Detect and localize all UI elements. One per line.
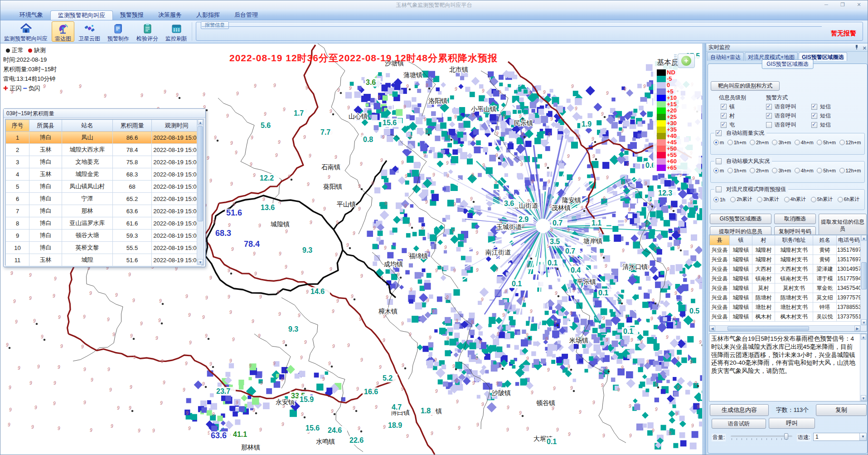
menu-tab-1[interactable]: 环境气象 [12, 10, 50, 20]
warning-message-box[interactable]: 玉林市气象台19日5时15分发布暴雨橙色预警信号：4时以来兴业县城隍大西水库已出… [709, 333, 867, 401]
level-checkbox-村[interactable]: 村 [721, 112, 736, 120]
contacts-row[interactable]: 兴业县城隍镇陈塘村陈塘村支书莫文绍139775796 [710, 293, 862, 303]
radio-1h[interactable]: 1h [713, 197, 728, 202]
chevron-down-icon[interactable]: ▼ [859, 433, 866, 440]
contacts-col-header[interactable]: 姓名 [813, 235, 837, 245]
voice-checkbox-屯[interactable]: 语音呼叫 [766, 121, 797, 129]
panel-splitter[interactable] [702, 44, 706, 455]
toolbar-button-3[interactable]: 卫星云图 [75, 21, 103, 42]
call-level-button[interactable]: 靶向叫应的级别和方式 [711, 81, 780, 91]
model-group-checkbox[interactable] [716, 186, 722, 192]
contacts-row[interactable]: 兴业县城隍镇城隍村城隍村支书黄铸135176975 [710, 245, 862, 255]
rain-table-row[interactable]: 5博白凤山镇凤山村682022-08-19 15:00 [6, 181, 202, 193]
radio-2h累计[interactable]: 2h累计 [729, 196, 755, 203]
volume-slider[interactable] [731, 433, 792, 440]
rain-col-header[interactable]: 所属县 [29, 120, 62, 132]
menu-tab-2[interactable]: 监测预警靶向叫应 [50, 10, 113, 20]
rain-table-row[interactable]: 9博白顿谷大塘59.32022-08-19 15:00 [6, 230, 202, 242]
radio-4h+m[interactable]: 4h+m [794, 168, 815, 173]
voice-checkbox-村[interactable]: 语音呼叫 [766, 112, 797, 120]
generate-message-button[interactable]: 生成信息内容 [710, 404, 769, 416]
contacts-row[interactable]: 兴业县城隍镇镇南村镇南村支书谭于模151775946 [710, 274, 862, 284]
menu-tab-4[interactable]: 决策服务 [151, 10, 189, 20]
minimize-icon[interactable]: ─ [821, 1, 831, 8]
contacts-row[interactable]: 兴业县城隍镇莫村莫村支书覃金乾134575405 [710, 284, 862, 293]
scroll-thumb[interactable] [861, 262, 867, 289]
level-checkbox-镇[interactable]: 镇 [721, 103, 736, 111]
menu-tab-5[interactable]: 人影指挥 [189, 10, 227, 20]
maximize-icon[interactable]: ❐ [838, 1, 848, 8]
wind-group-checkbox[interactable] [716, 158, 722, 164]
sms-checkbox-屯[interactable]: 短信 [811, 121, 832, 129]
rain-table-row[interactable]: 8博白亚山温罗水库61.62022-08-19 15:00 [6, 217, 202, 230]
toolbar-button-5[interactable]: 检验评分 [133, 21, 161, 42]
toolbar-button-2[interactable]: 雷达图 [52, 21, 74, 42]
menu-tab-3[interactable]: 预警预报 [113, 10, 151, 20]
radio-m[interactable]: m [713, 140, 726, 145]
toolbar-button-1[interactable]: 监测预警靶向叫应 [1, 21, 51, 42]
toolbar-button-4[interactable]: 预警制作 [104, 21, 132, 42]
rain-table-row[interactable]: 11玉林城隍51.62022-08-19 15:00 [6, 254, 202, 266]
copy-button[interactable]: 复制 [816, 404, 867, 416]
scroll-down-icon[interactable]: ▼ [861, 319, 867, 325]
map-zoom-button[interactable]: + [678, 54, 695, 68]
slider-thumb[interactable] [784, 433, 788, 440]
radio-12h+m[interactable]: 12h+m [839, 168, 863, 173]
speed-combobox[interactable]: 1 ▼ [813, 433, 867, 441]
close-icon[interactable]: ✕ [863, 44, 867, 52]
rainfall-table-scrollbar[interactable]: ▲ ▼ [197, 119, 204, 265]
contacts-row[interactable]: 兴业县城隍镇城隍村城隍村支书黄铸135176975 [710, 255, 862, 264]
voice-preview-button[interactable]: 语音试听 [712, 419, 766, 429]
rain-table-row[interactable]: 1博白凤山86.62022-08-19 15:00 [6, 132, 202, 144]
radio-2h+m[interactable]: 2h+m [749, 168, 770, 173]
scroll-down-icon[interactable]: ▼ [198, 259, 203, 265]
scroll-thumb[interactable] [198, 126, 203, 221]
rain-table-row[interactable]: 6博白宁潭65.22022-08-19 15:00 [6, 193, 202, 205]
radio-12h+m[interactable]: 12h+m [839, 140, 863, 145]
radio-m[interactable]: m [713, 168, 726, 173]
radio-5h+m[interactable]: 5h+m [816, 140, 837, 145]
rain-col-header[interactable]: 观测时间 [152, 120, 202, 132]
rain-col-header[interactable]: 累积雨量 [113, 120, 152, 132]
radio-6h累计[interactable]: 6h累计 [837, 196, 863, 203]
rain-group-checkbox[interactable] [716, 130, 722, 136]
contacts-row[interactable]: 兴业县城隍镇大西村大西村支书梁泽建130149571 [710, 264, 862, 274]
radio-5h+m[interactable]: 5h+m [816, 168, 837, 173]
voice-checkbox-镇[interactable]: 语音呼叫 [766, 103, 797, 111]
scroll-left-icon[interactable]: ◀ [709, 326, 715, 331]
radio-2h+m[interactable]: 2h+m [749, 140, 770, 145]
rain-col-header[interactable]: 序号 [6, 120, 29, 132]
rain-table-row[interactable]: 7博白那林63.62022-08-19 15:00 [6, 205, 202, 217]
radio-3h+m[interactable]: 3h+m [771, 168, 792, 173]
rain-table-row[interactable]: 10博白英桥文黎55.52022-08-19 15:00 [6, 242, 202, 254]
contacts-hscrollbar[interactable]: ◀ ▶ [709, 325, 860, 331]
toolbar-button-6[interactable]: 监控刷新 [162, 21, 190, 42]
contacts-col-header[interactable]: 电话号码 [837, 235, 862, 245]
radio-5h累计[interactable]: 5h累计 [810, 196, 836, 203]
message-scrollbar[interactable]: ▲ ▼ [860, 334, 867, 401]
contacts-col-header[interactable]: 职务/地址 [775, 235, 813, 245]
sms-checkbox-镇[interactable]: 短信 [811, 103, 832, 111]
contacts-col-header[interactable]: 县 [710, 235, 730, 245]
panel-tab-1[interactable]: 自动站+雷达 [707, 52, 744, 61]
call-button[interactable]: 呼叫 [769, 418, 815, 429]
rain-table-row[interactable]: 4玉林城隍金党68.32022-08-19 15:00 [6, 168, 202, 181]
contacts-row[interactable]: 兴业县城隍镇枫木村枫木村支书吴以悦137375511 [710, 312, 862, 322]
radio-4h累计[interactable]: 4h累计 [783, 196, 809, 203]
level-checkbox-屯[interactable]: 屯 [721, 121, 736, 129]
radar-map[interactable]: 9999999999999999999999999999999999999999… [0, 44, 702, 455]
scroll-up-icon[interactable]: ▲ [198, 119, 203, 125]
pin-icon[interactable] [854, 44, 859, 50]
rain-table-row[interactable]: 3博白文地姜充75.82022-08-19 15:00 [6, 156, 202, 168]
contacts-row[interactable]: 兴业县城隍镇塘肚村塘肚村支书钟塔137885534 [710, 303, 862, 312]
gis-circle-button[interactable]: GIS预警区域圈选 [710, 214, 771, 224]
cancel-circle-button[interactable]: 取消圈选 [774, 214, 816, 224]
rainfall-table-window[interactable]: 03时~15时累积雨量 序号所属县站名累积雨量观测时间1博白凤山86.62022… [3, 108, 206, 267]
radio-1h+m[interactable]: 1h+m [727, 140, 748, 145]
scroll-right-icon[interactable]: ▶ [854, 326, 860, 331]
radio-4h+m[interactable]: 4h+m [794, 140, 815, 145]
contacts-col-header[interactable]: 镇 [730, 235, 752, 245]
rain-col-header[interactable]: 站名 [62, 120, 113, 132]
extract-sms-button[interactable]: 提取发短信的信息员 [819, 214, 867, 237]
sms-checkbox-村[interactable]: 短信 [811, 112, 832, 120]
